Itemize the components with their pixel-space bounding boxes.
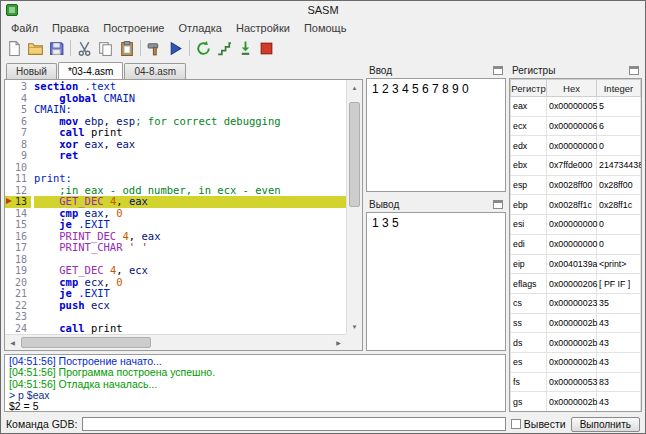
register-cell: 0x7ffde000 xyxy=(547,156,597,176)
register-cell: 0x00000023 xyxy=(547,293,597,313)
register-cell: 0x0000002b xyxy=(547,392,597,412)
tab-Новый[interactable]: Новый xyxy=(6,63,57,79)
line-number: 18 xyxy=(5,254,31,266)
register-cell: ebp xyxy=(511,195,547,215)
register-cell: 0x0028ff1c xyxy=(547,195,597,215)
register-cell: 43 xyxy=(597,333,641,353)
line-number: 19 xyxy=(5,265,31,277)
tab-04-8.asm[interactable]: 04-8.asm xyxy=(124,63,186,79)
code-editor[interactable]: 3456789101112131415161718192021222324 se… xyxy=(4,79,363,351)
output-panel-float-button[interactable] xyxy=(493,200,503,209)
register-row: esp0x0028ff000x28ff00 xyxy=(511,175,641,195)
code-line: ret xyxy=(34,150,346,162)
new-file-icon xyxy=(6,40,23,57)
editor-gutter[interactable]: 3456789101112131415161718192021222324 xyxy=(5,80,31,334)
hscrollbar-thumb[interactable] xyxy=(21,337,151,348)
menu-item-Построение[interactable]: Построение xyxy=(96,20,171,36)
step-into-button[interactable] xyxy=(235,38,256,58)
save-icon xyxy=(48,40,65,57)
code-line: global CMAIN xyxy=(34,93,346,105)
menu-item-Настройки[interactable]: Настройки xyxy=(229,20,297,36)
stop-button[interactable] xyxy=(256,38,277,58)
line-number: 16 xyxy=(5,231,31,243)
tab-bar: Новый*03-4.asm04-8.asm xyxy=(4,62,363,79)
register-cell: edi xyxy=(511,234,547,254)
menu-item-Помощь[interactable]: Помощь xyxy=(297,20,354,36)
registers-table-body: eax0x000000055ecx0x000000066edx0x0000000… xyxy=(511,97,641,412)
register-cell: edx xyxy=(511,136,547,156)
menu-item-Файл[interactable]: Файл xyxy=(4,20,45,36)
top-row: Новый*03-4.asm04-8.asm 34567891011121314… xyxy=(4,62,506,351)
copy-icon xyxy=(97,40,114,57)
register-row: esi0x000000000 xyxy=(511,215,641,235)
registers-panel-title: Регистры xyxy=(512,65,555,76)
gdb-command-input[interactable] xyxy=(82,417,505,431)
run-button[interactable] xyxy=(165,38,186,58)
menu-item-Правка[interactable]: Правка xyxy=(45,20,96,36)
build-button[interactable] xyxy=(144,38,165,58)
registers-column-header: Hex xyxy=(547,80,597,97)
new-file-button[interactable] xyxy=(4,38,25,58)
register-cell: 0x0000002b xyxy=(547,313,597,333)
register-cell: 43 xyxy=(597,313,641,333)
register-cell: 0x00000006 xyxy=(547,116,597,136)
toolbar-separator xyxy=(70,40,71,56)
scroll-left-icon[interactable]: ◀ xyxy=(5,335,20,350)
editor-vscrollbar[interactable]: ▲ ▼ xyxy=(346,80,362,334)
line-number: 24 xyxy=(5,323,31,335)
scroll-up-icon[interactable]: ▲ xyxy=(347,80,362,95)
register-cell: 0x0000002b xyxy=(547,352,597,372)
code-line: call print xyxy=(34,323,346,335)
editor-hscrollbar[interactable]: ◀ ▶ xyxy=(5,334,346,350)
cut-button[interactable] xyxy=(74,38,95,58)
line-number: 20 xyxy=(5,277,31,289)
save-button[interactable] xyxy=(46,38,67,58)
checkbox-icon xyxy=(511,419,521,429)
print-output-checkbox[interactable]: Вывести xyxy=(511,418,566,430)
line-number: 11 xyxy=(5,173,31,185)
input-panel-title: Ввод xyxy=(369,65,392,76)
code-area[interactable]: section .text global CMAINCMAIN: mov ebp… xyxy=(31,80,346,334)
output-panel: Вывод 1 3 5 xyxy=(366,196,506,351)
log-line: $2 = 5 xyxy=(9,401,501,412)
menu-item-Отладка[interactable]: Отладка xyxy=(171,20,228,36)
registers-column-header: Регистр xyxy=(511,80,547,97)
register-cell: 0x00000053 xyxy=(547,372,597,392)
register-cell: 0x00000000 xyxy=(547,215,597,235)
toolbar xyxy=(1,37,645,59)
registers-column-header: Integer xyxy=(597,80,641,97)
debug-continue-button[interactable] xyxy=(193,38,214,58)
copy-button[interactable] xyxy=(95,38,116,58)
execute-button[interactable]: Выполнить xyxy=(571,417,640,432)
gdb-command-bar: Команда GDB: Вывести Выполнить xyxy=(1,415,645,433)
vscrollbar-thumb[interactable] xyxy=(349,102,360,207)
registers-header-row: РегистрHexInteger xyxy=(511,80,641,97)
tab-03-4.asm[interactable]: *03-4.asm xyxy=(58,62,124,79)
input-panel-float-button[interactable] xyxy=(493,66,503,75)
register-cell: gs xyxy=(511,392,547,412)
input-textarea[interactable]: 1 2 3 4 5 6 7 8 9 0 xyxy=(366,78,506,192)
register-cell: es xyxy=(511,352,547,372)
register-row: eflags0x00000206[ PF IF ] xyxy=(511,274,641,294)
register-row: cs0x0000002335 xyxy=(511,293,641,313)
register-cell: 0 xyxy=(597,136,641,156)
debug-position-arrow-icon xyxy=(6,198,12,204)
register-row: eip0x0040139a<print> xyxy=(511,254,641,274)
register-cell: 0x00000005 xyxy=(547,97,597,117)
step-over-icon xyxy=(216,40,233,57)
run-icon xyxy=(167,40,184,57)
app-logo-icon xyxy=(6,4,18,16)
paste-button[interactable] xyxy=(116,38,137,58)
step-over-button[interactable] xyxy=(214,38,235,58)
scroll-right-icon[interactable]: ▶ xyxy=(331,335,346,350)
register-cell: 35 xyxy=(597,293,641,313)
open-folder-button[interactable] xyxy=(25,38,46,58)
registers-panel-float-button[interactable] xyxy=(629,66,639,75)
line-number: 14 xyxy=(5,208,31,220)
code-line: xor eax, eax xyxy=(34,139,346,151)
scroll-down-icon[interactable]: ▼ xyxy=(347,319,362,334)
line-number: 7 xyxy=(5,127,31,139)
line-number: 8 xyxy=(5,139,31,151)
register-cell: 0x28ff1c xyxy=(597,195,641,215)
line-number: 4 xyxy=(5,93,31,105)
